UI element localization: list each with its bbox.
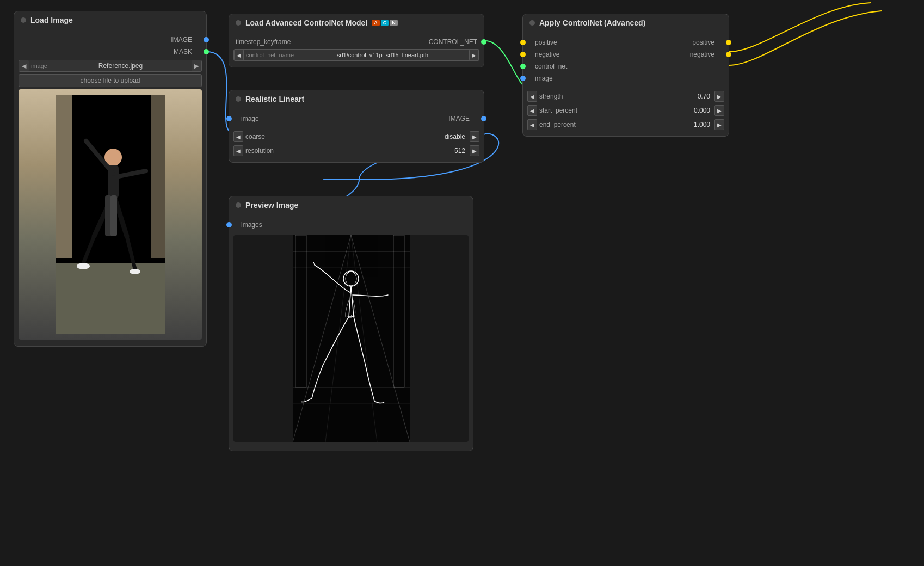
- load-image-node: Load Image IMAGE MASK ◀ image Reference.…: [14, 11, 207, 347]
- svg-rect-16: [110, 195, 117, 236]
- divider-1: [523, 87, 729, 87]
- end-percent-prev-btn[interactable]: ◀: [527, 119, 537, 130]
- mask-output-dot[interactable]: [204, 49, 209, 54]
- lineart-preview-image: [293, 235, 410, 442]
- start-percent-control-row: ◀ start_percent 0.000 ▶: [523, 103, 729, 118]
- resolution-control-row: ◀ resolution 512 ▶: [229, 144, 484, 158]
- controlnet-model-body: timestep_keyframe CONTROL_NET ◀ control_…: [229, 32, 484, 67]
- lineart-node: Realistic Lineart image IMAGE ◀ coarse d…: [229, 90, 484, 163]
- control-net-input-row: control_net: [523, 60, 729, 72]
- controlnet-model-header: Load Advanced ControlNet Model A C N: [229, 14, 484, 32]
- control-net-input-dot[interactable]: [520, 64, 526, 69]
- acn-badges: A C N: [372, 20, 398, 26]
- negative-output-label: negative: [690, 51, 714, 58]
- load-image-body: IMAGE MASK ◀ image Reference.jpeg ▶ choo…: [14, 29, 206, 346]
- svg-rect-1: [56, 258, 165, 334]
- lineart-title: Realistic Lineart: [245, 95, 304, 103]
- file-field-label: image: [29, 61, 50, 70]
- apply-image-input-label: image: [535, 75, 553, 82]
- positive-input-row: positive positive: [523, 36, 729, 48]
- upload-button[interactable]: choose file to upload: [19, 74, 202, 87]
- svg-point-14: [130, 269, 140, 274]
- end-percent-next-btn[interactable]: ▶: [714, 119, 724, 130]
- start-percent-value: 0.000: [694, 107, 710, 114]
- file-selector[interactable]: ◀ image Reference.jpeg ▶: [19, 60, 202, 72]
- negative-input-row: negative negative: [523, 48, 729, 60]
- preview-header: Preview Image: [229, 196, 473, 214]
- control-net-name-input[interactable]: ◀ control_net_name sd1/control_v11p_sd15…: [233, 49, 479, 61]
- coarse-next-btn[interactable]: ▶: [470, 131, 479, 142]
- apply-controlnet-body: positive positive negative negative cont…: [523, 32, 729, 136]
- svg-point-13: [77, 263, 90, 269]
- control-net-name-label: control_net_name: [244, 51, 296, 59]
- svg-rect-4: [151, 95, 165, 258]
- resolution-next-btn[interactable]: ▶: [470, 145, 479, 156]
- control-net-name-row: ◀ control_net_name sd1/control_v11p_sd15…: [229, 47, 484, 63]
- preview-images-label: images: [241, 221, 262, 229]
- apply-image-input-dot[interactable]: [520, 76, 526, 81]
- strength-next-btn[interactable]: ▶: [714, 91, 724, 102]
- apply-controlnet-dot: [529, 20, 535, 26]
- preview-title: Preview Image: [245, 201, 298, 210]
- controlnet-model-dot: [236, 20, 241, 26]
- apply-controlnet-header: Apply ControlNet (Advanced): [523, 14, 729, 32]
- start-percent-next-btn[interactable]: ▶: [714, 105, 724, 116]
- load-image-title: Load Image: [30, 16, 73, 24]
- lineart-body: image IMAGE ◀ coarse disable ▶ ◀ resolut…: [229, 108, 484, 162]
- dancer-image: [19, 89, 202, 340]
- strength-label: strength: [539, 93, 695, 100]
- lineart-header: Realistic Lineart: [229, 90, 484, 108]
- lineart-image-input-dot[interactable]: [226, 116, 232, 121]
- control-net-input-label: control_net: [535, 63, 567, 70]
- control-net-output-dot[interactable]: [481, 39, 486, 45]
- positive-input-dot[interactable]: [520, 40, 526, 45]
- preview-images-input-dot[interactable]: [226, 222, 232, 227]
- negative-output-dot[interactable]: [726, 52, 731, 57]
- lineart-preview-area: [233, 235, 469, 442]
- lineart-image-input-label: image: [241, 115, 259, 122]
- next-file-btn[interactable]: ▶: [192, 60, 201, 71]
- controlnet-model-node: Load Advanced ControlNet Model A C N tim…: [229, 14, 484, 67]
- apply-controlnet-title: Apply ControlNet (Advanced): [539, 19, 645, 27]
- lineart-image-output-dot[interactable]: [481, 116, 486, 121]
- resolution-label: resolution: [245, 147, 452, 155]
- end-percent-control-row: ◀ end_percent 1.000 ▶: [523, 118, 729, 132]
- negative-input-label: negative: [535, 51, 559, 58]
- load-image-header: Load Image: [14, 11, 206, 29]
- resolution-prev-btn[interactable]: ◀: [233, 145, 243, 156]
- resolution-value: 512: [454, 147, 465, 155]
- lineart-image-row: image IMAGE: [229, 113, 484, 125]
- end-percent-value: 1.000: [694, 121, 710, 128]
- mask-output-label: MASK: [174, 48, 192, 56]
- negative-input-dot[interactable]: [520, 52, 526, 57]
- control-net-output-label: CONTROL_NET: [429, 38, 477, 46]
- coarse-value: disable: [445, 133, 465, 140]
- coarse-prev-btn[interactable]: ◀: [233, 131, 243, 142]
- load-image-dot: [21, 17, 26, 23]
- preview-images-row: images: [229, 219, 473, 231]
- badge-n: N: [390, 20, 398, 26]
- image-preview-area: [19, 89, 202, 340]
- control-net-name-prev-btn[interactable]: ◀: [234, 50, 244, 60]
- end-percent-label: end_percent: [539, 121, 692, 128]
- start-percent-prev-btn[interactable]: ◀: [527, 105, 537, 116]
- image-output-row: IMAGE: [14, 34, 206, 46]
- svg-rect-17: [293, 235, 410, 442]
- strength-control-row: ◀ strength 0.70 ▶: [523, 89, 729, 103]
- start-percent-label: start_percent: [539, 107, 692, 114]
- control-net-name-next-btn[interactable]: ▶: [469, 50, 479, 60]
- lineart-image-output-label: IMAGE: [448, 115, 470, 122]
- prev-file-btn[interactable]: ◀: [19, 60, 29, 71]
- current-file-name: Reference.jpeg: [50, 61, 192, 71]
- image-input-row: image: [523, 72, 729, 84]
- coarse-label: coarse: [245, 133, 442, 140]
- positive-output-dot[interactable]: [726, 40, 731, 45]
- strength-prev-btn[interactable]: ◀: [527, 91, 537, 102]
- apply-controlnet-node: Apply ControlNet (Advanced) positive pos…: [522, 14, 729, 137]
- image-output-label: IMAGE: [171, 36, 192, 44]
- preview-dot: [236, 202, 241, 208]
- svg-rect-3: [56, 95, 72, 258]
- positive-output-label: positive: [692, 39, 714, 46]
- image-output-dot[interactable]: [204, 37, 209, 42]
- mask-output-row: MASK: [14, 46, 206, 58]
